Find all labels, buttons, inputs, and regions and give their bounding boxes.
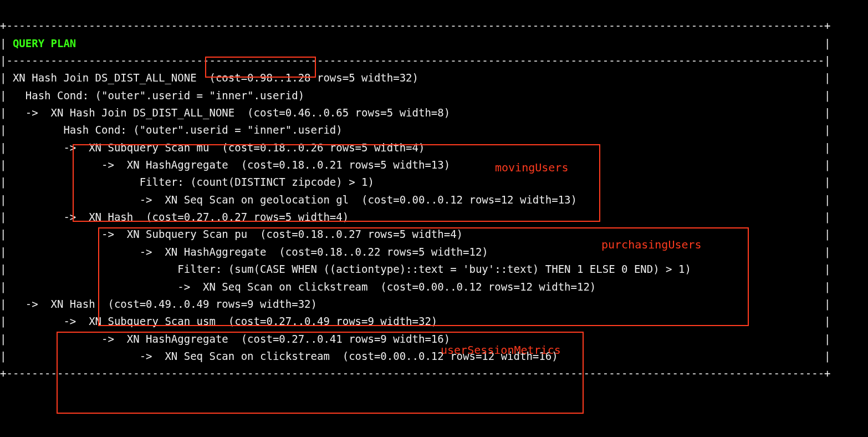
plan-line: | Hash Cond: ("outer".userid = "inner".u… (0, 124, 831, 136)
plan-line: | -> XN Subquery Scan pu (cost=0.18..0.2… (0, 228, 831, 240)
plan-line: | Filter: (sum(CASE WHEN ((actiontype)::… (0, 263, 831, 275)
plan-line: | Filter: (count(DISTINCT zipcode) > 1) … (0, 176, 831, 188)
plan-line: | -> XN Seq Scan on clickstream (cost=0.… (0, 350, 831, 362)
plan-line: | -> XN Seq Scan on clickstream (cost=0.… (0, 281, 831, 293)
border-bottom: +---------------------------------------… (0, 367, 831, 379)
query-plan-output: +---------------------------------------… (0, 0, 868, 383)
border-top: +---------------------------------------… (0, 19, 831, 32)
plan-line: | -> XN Seq Scan on geolocation gl (cost… (0, 194, 831, 206)
plan-line: | -> XN HashAggregate (cost=0.18..0.21 r… (0, 159, 831, 171)
plan-line: | -> XN Hash Join DS_DIST_ALL_NONE (cost… (0, 106, 831, 119)
plan-line: | XN Hash Join DS_DIST_ALL_NONE (cost=0.… (0, 72, 831, 84)
plan-line: | -> XN Subquery Scan usm (cost=0.27..0.… (0, 315, 831, 327)
plan-line: | -> XN Hash (cost=0.49..0.49 rows=9 wid… (0, 298, 831, 310)
plan-line: | Hash Cond: ("outer".userid = "inner".u… (0, 89, 831, 101)
header-row-prefix: | (0, 37, 13, 49)
header-row-suffix: | (76, 37, 830, 49)
header-separator: |---------------------------------------… (0, 54, 831, 67)
plan-line: | -> XN Hash (cost=0.27..0.27 rows=5 wid… (0, 211, 831, 223)
plan-line: | -> XN HashAggregate (cost=0.18..0.22 r… (0, 246, 831, 258)
plan-line: | -> XN HashAggregate (cost=0.27..0.41 r… (0, 333, 831, 345)
query-plan-header: QUERY PLAN (13, 37, 76, 49)
plan-line: | -> XN Subquery Scan mu (cost=0.18..0.2… (0, 141, 831, 154)
